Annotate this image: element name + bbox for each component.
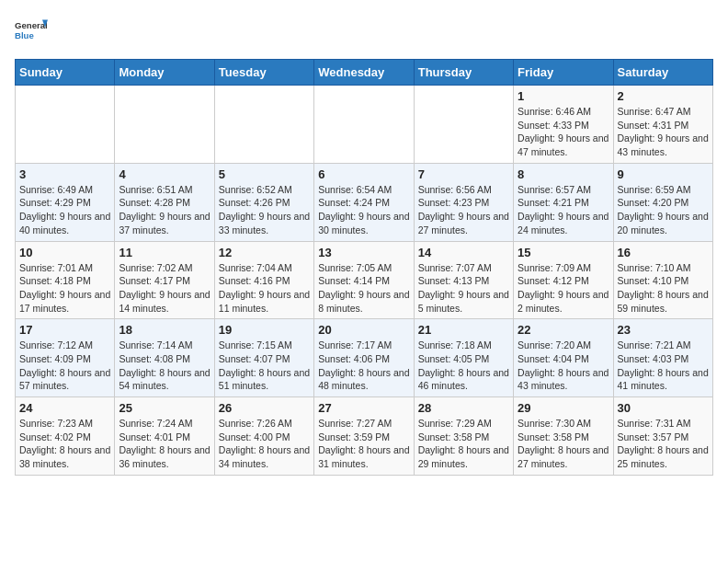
- day-number: 14: [418, 246, 509, 259]
- day-number: 8: [518, 167, 609, 181]
- page-header: General Blue: [15, 15, 713, 48]
- svg-text:General: General: [15, 20, 48, 30]
- day-info: Sunrise: 7:31 AM Sunset: 3:57 PM Dayligh…: [618, 417, 709, 471]
- day-number: 29: [518, 401, 609, 415]
- day-info: Sunrise: 6:57 AM Sunset: 4:21 PM Dayligh…: [518, 183, 609, 237]
- day-info: Sunrise: 6:46 AM Sunset: 4:33 PM Dayligh…: [518, 105, 609, 159]
- day-info: Sunrise: 7:26 AM Sunset: 4:00 PM Dayligh…: [219, 417, 310, 471]
- calendar-cell: 11Sunrise: 7:02 AM Sunset: 4:17 PM Dayli…: [115, 241, 214, 319]
- calendar-cell: 14Sunrise: 7:07 AM Sunset: 4:13 PM Dayli…: [414, 241, 513, 319]
- calendar-cell: 16Sunrise: 7:10 AM Sunset: 4:10 PM Dayli…: [613, 241, 712, 319]
- day-number: 3: [19, 167, 110, 181]
- day-info: Sunrise: 6:52 AM Sunset: 4:26 PM Dayligh…: [219, 183, 310, 237]
- calendar-cell: 15Sunrise: 7:09 AM Sunset: 4:12 PM Dayli…: [514, 241, 613, 319]
- day-number: 10: [19, 246, 110, 259]
- calendar-cell: 21Sunrise: 7:18 AM Sunset: 4:05 PM Dayli…: [414, 319, 513, 397]
- day-info: Sunrise: 7:02 AM Sunset: 4:17 PM Dayligh…: [119, 261, 210, 316]
- day-info: Sunrise: 6:59 AM Sunset: 4:20 PM Dayligh…: [618, 183, 709, 237]
- weekday-header: Monday: [115, 60, 214, 86]
- day-info: Sunrise: 7:20 AM Sunset: 4:04 PM Dayligh…: [518, 339, 609, 393]
- day-number: 7: [418, 167, 509, 181]
- calendar-week-row: 1Sunrise: 6:46 AM Sunset: 4:33 PM Daylig…: [16, 86, 713, 164]
- day-info: Sunrise: 7:18 AM Sunset: 4:05 PM Dayligh…: [418, 339, 509, 393]
- day-info: Sunrise: 7:10 AM Sunset: 4:10 PM Dayligh…: [618, 261, 709, 316]
- calendar-cell: [16, 86, 115, 164]
- day-info: Sunrise: 6:47 AM Sunset: 4:31 PM Dayligh…: [618, 105, 709, 159]
- day-info: Sunrise: 7:27 AM Sunset: 3:59 PM Dayligh…: [318, 417, 409, 471]
- calendar-cell: 5Sunrise: 6:52 AM Sunset: 4:26 PM Daylig…: [214, 163, 313, 241]
- day-number: 19: [219, 323, 310, 337]
- day-info: Sunrise: 7:05 AM Sunset: 4:14 PM Dayligh…: [318, 261, 409, 316]
- day-number: 16: [618, 246, 709, 259]
- day-info: Sunrise: 7:15 AM Sunset: 4:07 PM Dayligh…: [219, 339, 310, 393]
- day-number: 2: [618, 89, 709, 103]
- calendar-cell: 13Sunrise: 7:05 AM Sunset: 4:14 PM Dayli…: [314, 241, 414, 319]
- day-number: 17: [19, 323, 110, 337]
- calendar-week-row: 3Sunrise: 6:49 AM Sunset: 4:29 PM Daylig…: [16, 163, 713, 241]
- calendar-cell: 19Sunrise: 7:15 AM Sunset: 4:07 PM Dayli…: [214, 319, 313, 397]
- day-info: Sunrise: 7:01 AM Sunset: 4:18 PM Dayligh…: [19, 261, 110, 316]
- calendar-cell: 24Sunrise: 7:23 AM Sunset: 4:02 PM Dayli…: [16, 397, 115, 476]
- calendar-cell: 29Sunrise: 7:30 AM Sunset: 3:58 PM Dayli…: [514, 397, 613, 476]
- day-number: 24: [19, 401, 110, 415]
- logo: General Blue: [15, 15, 48, 48]
- calendar-week-row: 24Sunrise: 7:23 AM Sunset: 4:02 PM Dayli…: [16, 397, 713, 476]
- calendar-cell: 12Sunrise: 7:04 AM Sunset: 4:16 PM Dayli…: [214, 241, 313, 319]
- weekday-header: Wednesday: [314, 60, 414, 86]
- day-number: 28: [418, 401, 509, 415]
- day-number: 18: [119, 323, 210, 337]
- day-info: Sunrise: 7:30 AM Sunset: 3:58 PM Dayligh…: [518, 417, 609, 471]
- day-number: 6: [318, 167, 409, 181]
- calendar-cell: 28Sunrise: 7:29 AM Sunset: 3:58 PM Dayli…: [414, 397, 513, 476]
- day-info: Sunrise: 7:24 AM Sunset: 4:01 PM Dayligh…: [119, 417, 210, 471]
- calendar-cell: 7Sunrise: 6:56 AM Sunset: 4:23 PM Daylig…: [414, 163, 513, 241]
- day-info: Sunrise: 6:54 AM Sunset: 4:24 PM Dayligh…: [318, 183, 409, 237]
- calendar-cell: 25Sunrise: 7:24 AM Sunset: 4:01 PM Dayli…: [115, 397, 214, 476]
- calendar-cell: [214, 86, 313, 164]
- day-info: Sunrise: 7:17 AM Sunset: 4:06 PM Dayligh…: [318, 339, 409, 393]
- logo-svg: General Blue: [15, 15, 48, 48]
- calendar-cell: 17Sunrise: 7:12 AM Sunset: 4:09 PM Dayli…: [16, 319, 115, 397]
- day-number: 30: [618, 401, 709, 415]
- calendar-cell: [314, 86, 414, 164]
- day-info: Sunrise: 7:12 AM Sunset: 4:09 PM Dayligh…: [19, 339, 110, 393]
- day-info: Sunrise: 7:07 AM Sunset: 4:13 PM Dayligh…: [418, 261, 509, 316]
- calendar-cell: 3Sunrise: 6:49 AM Sunset: 4:29 PM Daylig…: [16, 163, 115, 241]
- weekday-header-row: SundayMondayTuesdayWednesdayThursdayFrid…: [16, 60, 713, 86]
- calendar-cell: 27Sunrise: 7:27 AM Sunset: 3:59 PM Dayli…: [314, 397, 414, 476]
- calendar-cell: 20Sunrise: 7:17 AM Sunset: 4:06 PM Dayli…: [314, 319, 414, 397]
- calendar-cell: 23Sunrise: 7:21 AM Sunset: 4:03 PM Dayli…: [613, 319, 712, 397]
- day-info: Sunrise: 7:29 AM Sunset: 3:58 PM Dayligh…: [418, 417, 509, 471]
- calendar-cell: 6Sunrise: 6:54 AM Sunset: 4:24 PM Daylig…: [314, 163, 414, 241]
- day-number: 13: [318, 246, 409, 259]
- calendar-week-row: 17Sunrise: 7:12 AM Sunset: 4:09 PM Dayli…: [16, 319, 713, 397]
- day-info: Sunrise: 6:56 AM Sunset: 4:23 PM Dayligh…: [418, 183, 509, 237]
- day-number: 27: [318, 401, 409, 415]
- day-number: 5: [219, 167, 310, 181]
- day-number: 12: [219, 246, 310, 259]
- calendar-cell: [414, 86, 513, 164]
- calendar-week-row: 10Sunrise: 7:01 AM Sunset: 4:18 PM Dayli…: [16, 241, 713, 319]
- weekday-header: Tuesday: [214, 60, 313, 86]
- day-info: Sunrise: 6:51 AM Sunset: 4:28 PM Dayligh…: [119, 183, 210, 237]
- day-number: 22: [518, 323, 609, 337]
- day-number: 26: [219, 401, 310, 415]
- weekday-header: Thursday: [414, 60, 513, 86]
- day-number: 21: [418, 323, 509, 337]
- calendar-cell: 8Sunrise: 6:57 AM Sunset: 4:21 PM Daylig…: [514, 163, 613, 241]
- weekday-header: Friday: [514, 60, 613, 86]
- day-number: 15: [518, 246, 609, 259]
- day-number: 11: [119, 246, 210, 259]
- day-info: Sunrise: 6:49 AM Sunset: 4:29 PM Dayligh…: [19, 183, 110, 237]
- svg-text:Blue: Blue: [15, 30, 34, 40]
- calendar-cell: 10Sunrise: 7:01 AM Sunset: 4:18 PM Dayli…: [16, 241, 115, 319]
- calendar-cell: 26Sunrise: 7:26 AM Sunset: 4:00 PM Dayli…: [214, 397, 313, 476]
- day-info: Sunrise: 7:21 AM Sunset: 4:03 PM Dayligh…: [618, 339, 709, 393]
- calendar-cell: 22Sunrise: 7:20 AM Sunset: 4:04 PM Dayli…: [514, 319, 613, 397]
- day-info: Sunrise: 7:23 AM Sunset: 4:02 PM Dayligh…: [19, 417, 110, 471]
- day-number: 25: [119, 401, 210, 415]
- day-info: Sunrise: 7:09 AM Sunset: 4:12 PM Dayligh…: [518, 261, 609, 316]
- day-number: 20: [318, 323, 409, 337]
- calendar-cell: 2Sunrise: 6:47 AM Sunset: 4:31 PM Daylig…: [613, 86, 712, 164]
- calendar-cell: 4Sunrise: 6:51 AM Sunset: 4:28 PM Daylig…: [115, 163, 214, 241]
